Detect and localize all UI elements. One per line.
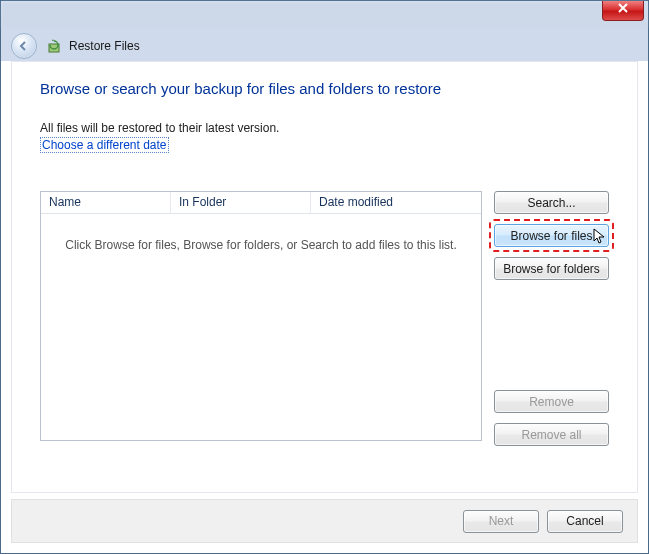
column-name[interactable]: Name (41, 192, 171, 213)
empty-list-text: Click Browse for files, Browse for folde… (65, 238, 456, 252)
back-button[interactable] (11, 33, 37, 59)
window-title: Restore Files (69, 39, 140, 53)
titlebar (2, 2, 647, 28)
nav-row: Restore Files (11, 31, 638, 61)
restore-files-icon (47, 38, 63, 54)
choose-date-link[interactable]: Choose a different date (40, 137, 169, 153)
side-button-panel: Search... Browse for files Browse for fo… (494, 191, 609, 446)
close-icon (618, 3, 628, 13)
search-button[interactable]: Search... (494, 191, 609, 214)
browse-for-folders-button[interactable]: Browse for folders (494, 257, 609, 280)
version-info-text: All files will be restored to their late… (40, 121, 609, 135)
cancel-button[interactable]: Cancel (547, 510, 623, 533)
browse-for-files-button[interactable]: Browse for files (494, 224, 609, 247)
page-heading: Browse or search your backup for files a… (40, 80, 609, 97)
work-area: Name In Folder Date modified Click Brows… (40, 191, 609, 446)
remove-button: Remove (494, 390, 609, 413)
back-arrow-icon (18, 40, 30, 52)
column-folder[interactable]: In Folder (171, 192, 311, 213)
close-button[interactable] (602, 1, 644, 21)
restore-files-window: Restore Files Browse or search your back… (0, 0, 649, 554)
list-header: Name In Folder Date modified (41, 192, 481, 214)
column-date[interactable]: Date modified (311, 192, 481, 213)
remove-all-button: Remove all (494, 423, 609, 446)
next-button: Next (463, 510, 539, 533)
footer: Next Cancel (11, 499, 638, 543)
file-list: Name In Folder Date modified Click Brows… (40, 191, 482, 441)
list-body: Click Browse for files, Browse for folde… (41, 214, 481, 440)
content-panel: Browse or search your backup for files a… (11, 61, 638, 493)
